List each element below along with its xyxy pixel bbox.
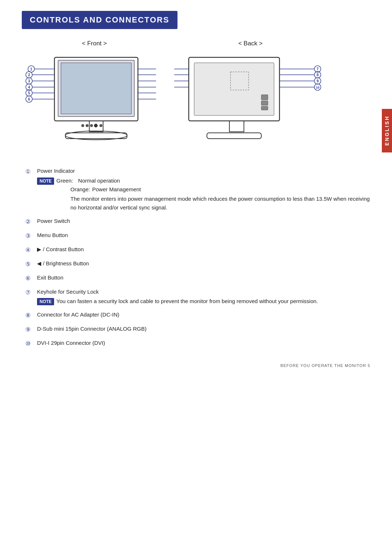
svg-rect-5 [65,133,127,139]
item-num-7: ⑦ [25,288,37,297]
svg-point-10 [99,124,102,127]
list-item: ⑦ Keyhole for Security Lock NOTE You can… [25,288,370,306]
item-desc-6: Exit Button [37,274,370,282]
content-list: ① Power Indicator NOTE Green: Normal ope… [22,167,370,348]
english-sidebar: ENGLISH [382,109,392,152]
note-badge: NOTE [37,177,54,185]
svg-rect-42 [261,95,268,100]
item-desc-1: Power Indicator NOTE Green: Normal opera… [37,167,370,212]
svg-rect-38 [229,121,244,132]
item-num-1: ① [25,167,37,176]
front-diagram: < Front > [22,40,167,156]
svg-rect-40 [261,106,268,110]
svg-text:9: 9 [317,79,319,83]
svg-text:1: 1 [30,67,32,71]
svg-rect-2 [61,63,131,114]
list-item: ⑧ Connector for AC Adapter (DC-IN) [25,311,370,320]
svg-text:6: 6 [28,97,30,101]
list-item: ⑩ DVI-I 29pin Connector (DVI) [25,339,370,348]
list-item: ⑤ ◀ / Brightness Button [25,260,370,269]
diagram-area: < Front > [22,40,348,156]
svg-rect-41 [261,101,268,105]
footer-text: BEFORE YOU OPERATE THE MONITOR 5 [280,363,370,368]
item-desc-9: D-Sub mini 15pin Connector (ANALOG RGB) [37,325,370,333]
svg-text:8: 8 [317,73,319,77]
item-desc-10: DVI-I 29pin Connector (DVI) [37,339,370,347]
item-desc-2: Power Switch [37,217,370,225]
note-badge-2: NOTE [37,298,54,305]
svg-text:5: 5 [28,91,30,95]
svg-rect-39 [207,133,261,139]
svg-text:10: 10 [316,86,319,89]
item-desc-5: ◀ / Brightness Button [37,260,370,268]
svg-text:7: 7 [317,67,319,71]
page-title: CONTROLS AND CONNECTORS [22,11,177,29]
item-desc-8: Connector for AC Adapter (DC-IN) [37,311,370,319]
list-item: ⑥ Exit Button [25,274,370,283]
svg-point-6 [81,124,84,127]
svg-point-8 [90,124,93,127]
item-num-10: ⑩ [25,339,37,348]
item-num-6: ⑥ [25,274,37,283]
item-num-4: ④ [25,245,37,254]
item-desc-3: Menu Button [37,231,370,240]
list-item: ④ ▶ / Contrast Button [25,245,370,254]
back-svg: 7 8 9 10 [174,50,327,155]
svg-text:4: 4 [28,85,30,89]
list-item: ② Power Switch [25,217,370,226]
item-num-8: ⑧ [25,311,37,320]
list-item: ③ Menu Button [25,231,370,240]
item-num-2: ② [25,217,37,226]
svg-text:3: 3 [28,79,30,83]
back-label: < Back > [174,40,327,47]
english-label: ENGLISH [384,115,390,146]
item-num-9: ⑨ [25,325,37,334]
svg-point-7 [86,124,89,127]
svg-point-9 [94,124,98,127]
list-item: ① Power Indicator NOTE Green: Normal ope… [25,167,370,212]
item-desc-7: Keyhole for Security Lock NOTE You can f… [37,288,370,306]
item-num-5: ⑤ [25,260,37,269]
item-desc-4: ▶ / Contrast Button [37,245,370,254]
back-diagram: < Back > 7 [174,40,327,156]
item-num-3: ③ [25,231,37,240]
list-item: ⑨ D-Sub mini 15pin Connector (ANALOG RGB… [25,325,370,334]
front-label: < Front > [22,40,167,47]
svg-text:2: 2 [28,73,30,77]
front-svg: 1 2 3 4 5 6 [22,50,167,155]
